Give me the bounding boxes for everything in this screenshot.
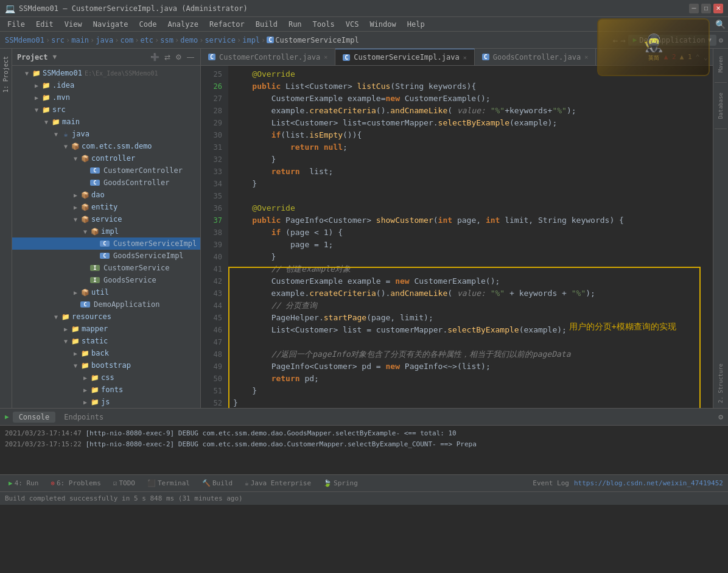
menu-run[interactable]: Run — [284, 19, 307, 30]
structure-tab[interactable]: 2. Structure — [718, 364, 724, 403]
collapse-icon[interactable]: ⌄ — [704, 53, 708, 62]
panel-settings-btn[interactable]: ⚙ — [174, 52, 183, 63]
breadcrumb-com[interactable]: com — [120, 36, 133, 44]
tab-customer-ctrl[interactable]: C CustomerController.java ✕ — [201, 49, 335, 65]
search-everywhere-icon[interactable]: 🔍 — [715, 19, 726, 29]
ln-39: 39 — [201, 239, 226, 251]
breadcrumb-service[interactable]: service — [205, 36, 236, 44]
menu-help[interactable]: Help — [402, 19, 430, 30]
java-ent-btn[interactable]: ☕ Java Enterprise — [241, 479, 315, 488]
run-btn[interactable]: ▶ 4: Run — [5, 479, 42, 488]
tree-fonts[interactable]: ▶ 📁 fonts — [12, 384, 200, 396]
menu-analyze[interactable]: Analyze — [163, 19, 203, 30]
tree-service[interactable]: ▼ 📦 service — [12, 213, 200, 225]
console-area[interactable]: 2021/03/23-17:14:47 [http-nio-8080-exec-… — [0, 426, 728, 474]
panel-sync-btn[interactable]: ⇄ — [163, 52, 172, 63]
tree-resources[interactable]: ▼ 📁 resources — [12, 311, 200, 323]
tree-js[interactable]: ▶ 📁 js — [12, 396, 200, 408]
tree-label-ctrl: controller — [91, 154, 135, 163]
menu-navigate[interactable]: Navigate — [88, 19, 133, 30]
console-settings-icon[interactable]: ⚙ — [718, 412, 723, 421]
menu-file[interactable]: File — [2, 19, 30, 30]
tab-close-csimpl[interactable]: ✕ — [463, 54, 467, 61]
menu-window[interactable]: Window — [365, 19, 401, 30]
console-tab[interactable]: Console — [13, 412, 56, 423]
tree-demo-app[interactable]: C DemoApplication — [12, 298, 200, 311]
project-tab[interactable]: 1: Project — [1, 54, 10, 95]
spring-btn[interactable]: 🍃 Spring — [320, 479, 362, 488]
tree-mapper[interactable]: ▶ 📁 mapper — [12, 323, 200, 335]
breadcrumb-demo[interactable]: demo — [180, 36, 198, 44]
panel-dropdown[interactable]: ▼ — [53, 53, 57, 61]
tab-goods-ctrl[interactable]: C GoodsController.java ✕ — [475, 49, 597, 65]
run-config-dropdown[interactable]: ▼ — [708, 37, 712, 43]
ln-27: 27 — [201, 93, 226, 105]
tree-root[interactable]: ▼ 📁 SSMdemo01 E:\Ex_Idea\SSMdemo01 — [12, 67, 200, 79]
breadcrumb-src[interactable]: src — [51, 36, 65, 44]
tree-static[interactable]: ▼ 📁 static — [12, 335, 200, 347]
ln-42: 42 — [201, 275, 226, 287]
tree-back-static[interactable]: ▶ 📁 back — [12, 347, 200, 359]
run-config[interactable]: ▶ DemoApplication ▼ — [628, 35, 716, 46]
problems-btn[interactable]: ⊗ 6: Problems — [47, 479, 104, 488]
breadcrumb-ssmdemo01[interactable]: SSMdemo01 — [5, 36, 44, 44]
tree-goods-ctrl[interactable]: C GoodsController — [12, 177, 200, 189]
tree-label-back-s: back — [91, 349, 109, 357]
maven-icon[interactable]: Maven — [716, 54, 725, 75]
tree-customer-svc[interactable]: I CustomerService — [12, 262, 200, 274]
tree-idea[interactable]: ▶ 📁 .idea — [12, 79, 200, 91]
tab-customer-svc-impl[interactable]: C CustomerServiceImpl.java ✕ — [335, 49, 474, 65]
tree-customer-svc-impl[interactable]: C CustomerServiceImpl — [12, 237, 200, 250]
tree-dao[interactable]: ▶ 📦 dao — [12, 189, 200, 201]
todo-btn[interactable]: ☑ TODO — [110, 479, 139, 488]
terminal-btn[interactable]: ⬛ Terminal — [144, 479, 194, 488]
tree-bootstrap[interactable]: ▼ 📁 bootstrap — [12, 359, 200, 371]
panel-close-btn[interactable]: — — [186, 52, 195, 63]
tree-goods-svc[interactable]: I GoodsService — [12, 274, 200, 286]
maximize-button[interactable]: □ — [701, 4, 711, 13]
menu-vcs[interactable]: VCS — [341, 19, 364, 30]
close-button[interactable]: ✕ — [713, 4, 723, 13]
breadcrumb-impl[interactable]: impl — [242, 36, 260, 44]
build-btn[interactable]: 🔨 Build — [198, 479, 236, 488]
tree-com[interactable]: ▼ 📦 com.etc.ssm.demo — [12, 140, 200, 152]
java-icon-gsimpl: C — [100, 253, 110, 259]
tree-css[interactable]: ▶ 📁 css — [12, 371, 200, 384]
forward-nav-icon[interactable]: → — [620, 35, 625, 45]
tree-goods-svc-impl[interactable]: C GoodsServiceImpl — [12, 250, 200, 262]
minimize-button[interactable]: ─ — [689, 4, 699, 13]
tree-impl[interactable]: ▼ 📦 impl — [12, 225, 200, 237]
tab-close-cc[interactable]: ✕ — [324, 54, 327, 60]
tree-java[interactable]: ▼ ☕ java — [12, 128, 200, 140]
tree-util[interactable]: ▶ 📦 util — [12, 286, 200, 298]
menu-view[interactable]: View — [60, 19, 87, 30]
menu-refactor[interactable]: Refactor — [205, 19, 250, 30]
endpoints-tab[interactable]: Endpoints — [58, 412, 110, 423]
tree-main[interactable]: ▼ 📁 main — [12, 116, 200, 128]
menu-build[interactable]: Build — [251, 19, 282, 30]
menu-tools[interactable]: Tools — [308, 19, 340, 30]
tab-close-gc[interactable]: ✕ — [584, 54, 588, 60]
code-content[interactable]: @Override public List<Customer> listCus(… — [228, 66, 713, 408]
panel-add-btn[interactable]: ➕ — [149, 52, 161, 63]
back-nav-icon[interactable]: ← — [613, 35, 618, 45]
code-editor[interactable]: 用户的分页+模糊查询的实现 25 26 27 28 29 30 31 32 33… — [201, 66, 713, 408]
breadcrumb-java[interactable]: java — [96, 36, 113, 44]
java-icon-cc: C — [90, 167, 100, 174]
breadcrumb-main[interactable]: main — [71, 36, 89, 44]
tree-customer-ctrl[interactable]: C CustomerController — [12, 164, 200, 177]
breadcrumb-etc[interactable]: etc — [140, 36, 153, 44]
breadcrumb-ssm[interactable]: ssm — [160, 36, 173, 44]
menu-edit[interactable]: Edit — [31, 19, 58, 30]
tree-entity[interactable]: ▶ 📦 entity — [12, 201, 200, 213]
spring-icon: 🍃 — [323, 479, 332, 487]
tree-src[interactable]: ▼ 📁 src — [12, 104, 200, 116]
event-log-label[interactable]: Event Log — [533, 479, 569, 487]
settings-icon[interactable]: ⚙ — [719, 36, 723, 44]
console-line-1: 2021/03/23-17:14:47 [http-nio-8080-exec-… — [5, 428, 723, 439]
menu-code[interactable]: Code — [135, 19, 162, 30]
tree-controller[interactable]: ▼ 📦 controller — [12, 152, 200, 164]
database-icon[interactable]: Database — [716, 90, 725, 121]
tree-mvn[interactable]: ▶ 📁 .mvn — [12, 91, 200, 104]
expand-icon[interactable]: ⌃ — [696, 53, 700, 62]
